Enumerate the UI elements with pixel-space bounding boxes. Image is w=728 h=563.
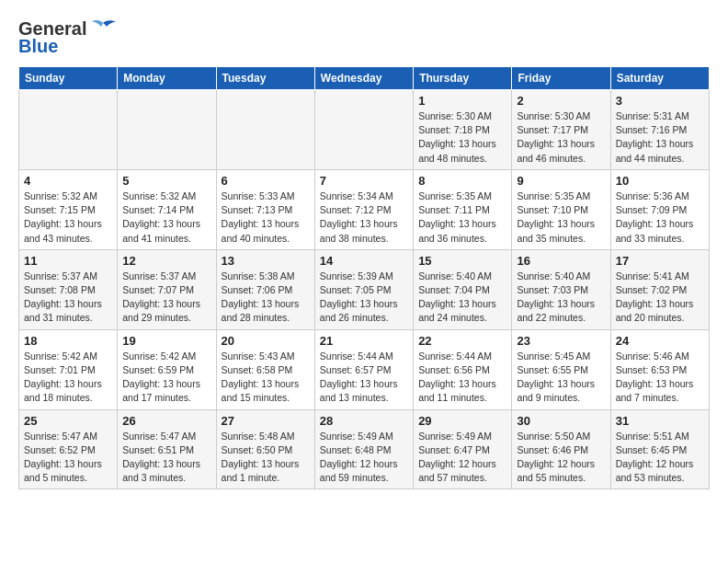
calendar-day-cell: 23Sunrise: 5:45 AM Sunset: 6:55 PM Dayli… [512, 329, 610, 409]
calendar-day-cell: 20Sunrise: 5:43 AM Sunset: 6:58 PM Dayli… [216, 329, 314, 409]
day-number: 31 [616, 414, 704, 428]
day-info: Sunrise: 5:36 AM Sunset: 7:09 PM Dayligh… [616, 190, 704, 246]
day-of-week-header: Wednesday [314, 67, 413, 90]
day-number: 28 [320, 414, 408, 428]
logo-blue-text: Blue [18, 36, 58, 57]
day-info: Sunrise: 5:40 AM Sunset: 7:04 PM Dayligh… [418, 270, 506, 326]
day-number: 2 [517, 94, 605, 108]
day-info: Sunrise: 5:51 AM Sunset: 6:45 PM Dayligh… [616, 430, 704, 486]
day-info: Sunrise: 5:37 AM Sunset: 7:07 PM Dayligh… [122, 270, 210, 326]
day-number: 7 [320, 174, 408, 188]
logo-bird-icon [88, 19, 118, 40]
day-number: 4 [24, 174, 112, 188]
day-number: 30 [517, 414, 605, 428]
calendar-day-cell: 5Sunrise: 5:32 AM Sunset: 7:14 PM Daylig… [118, 169, 216, 249]
day-number: 8 [418, 174, 506, 188]
day-number: 13 [222, 254, 310, 268]
calendar-day-cell [216, 90, 314, 170]
day-number: 3 [616, 94, 704, 108]
calendar-day-cell: 28Sunrise: 5:49 AM Sunset: 6:48 PM Dayli… [314, 409, 413, 489]
day-number: 17 [616, 254, 704, 268]
day-number: 18 [24, 334, 112, 348]
day-info: Sunrise: 5:48 AM Sunset: 6:50 PM Dayligh… [222, 430, 310, 486]
day-info: Sunrise: 5:49 AM Sunset: 6:47 PM Dayligh… [418, 430, 506, 486]
day-number: 26 [122, 414, 210, 428]
day-info: Sunrise: 5:38 AM Sunset: 7:06 PM Dayligh… [222, 270, 310, 326]
day-of-week-header: Saturday [610, 67, 709, 90]
day-number: 11 [24, 254, 112, 268]
calendar-day-cell: 27Sunrise: 5:48 AM Sunset: 6:50 PM Dayli… [216, 409, 314, 489]
calendar-day-cell: 9Sunrise: 5:35 AM Sunset: 7:10 PM Daylig… [512, 169, 610, 249]
calendar-day-cell: 2Sunrise: 5:30 AM Sunset: 7:17 PM Daylig… [512, 90, 610, 170]
day-info: Sunrise: 5:46 AM Sunset: 6:53 PM Dayligh… [616, 350, 704, 406]
calendar-day-cell: 17Sunrise: 5:41 AM Sunset: 7:02 PM Dayli… [610, 249, 709, 329]
calendar-day-cell [118, 90, 216, 170]
day-number: 27 [222, 414, 310, 428]
day-info: Sunrise: 5:35 AM Sunset: 7:10 PM Dayligh… [517, 190, 605, 246]
calendar-day-cell: 6Sunrise: 5:33 AM Sunset: 7:13 PM Daylig… [216, 169, 314, 249]
day-info: Sunrise: 5:42 AM Sunset: 6:59 PM Dayligh… [122, 350, 210, 406]
day-info: Sunrise: 5:35 AM Sunset: 7:11 PM Dayligh… [418, 190, 506, 246]
day-number: 12 [122, 254, 210, 268]
calendar-body: 1Sunrise: 5:30 AM Sunset: 7:18 PM Daylig… [19, 90, 710, 489]
day-of-week-header: Monday [118, 67, 216, 90]
calendar-table: SundayMondayTuesdayWednesdayThursdayFrid… [18, 66, 710, 489]
day-info: Sunrise: 5:32 AM Sunset: 7:15 PM Dayligh… [24, 190, 112, 246]
calendar-day-cell: 8Sunrise: 5:35 AM Sunset: 7:11 PM Daylig… [414, 169, 512, 249]
day-info: Sunrise: 5:39 AM Sunset: 7:05 PM Dayligh… [320, 270, 408, 326]
calendar-week-row: 4Sunrise: 5:32 AM Sunset: 7:15 PM Daylig… [19, 169, 710, 249]
calendar-day-cell: 30Sunrise: 5:50 AM Sunset: 6:46 PM Dayli… [512, 409, 610, 489]
calendar-day-cell: 25Sunrise: 5:47 AM Sunset: 6:52 PM Dayli… [19, 409, 118, 489]
day-info: Sunrise: 5:33 AM Sunset: 7:13 PM Dayligh… [222, 190, 310, 246]
calendar-day-cell: 22Sunrise: 5:44 AM Sunset: 6:56 PM Dayli… [414, 329, 512, 409]
calendar-day-cell: 14Sunrise: 5:39 AM Sunset: 7:05 PM Dayli… [314, 249, 413, 329]
day-number: 23 [517, 334, 605, 348]
day-number: 1 [418, 94, 506, 108]
day-number: 9 [517, 174, 605, 188]
calendar-day-cell [19, 90, 118, 170]
calendar-day-cell: 3Sunrise: 5:31 AM Sunset: 7:16 PM Daylig… [610, 90, 709, 170]
day-number: 21 [320, 334, 408, 348]
calendar-week-row: 1Sunrise: 5:30 AM Sunset: 7:18 PM Daylig… [19, 90, 710, 170]
day-info: Sunrise: 5:32 AM Sunset: 7:14 PM Dayligh… [122, 190, 210, 246]
day-number: 16 [517, 254, 605, 268]
day-number: 19 [122, 334, 210, 348]
day-of-week-header: Tuesday [216, 67, 314, 90]
calendar-week-row: 25Sunrise: 5:47 AM Sunset: 6:52 PM Dayli… [19, 409, 710, 489]
calendar-week-row: 11Sunrise: 5:37 AM Sunset: 7:08 PM Dayli… [19, 249, 710, 329]
day-number: 22 [418, 334, 506, 348]
calendar-day-cell: 4Sunrise: 5:32 AM Sunset: 7:15 PM Daylig… [19, 169, 118, 249]
day-info: Sunrise: 5:47 AM Sunset: 6:52 PM Dayligh… [24, 430, 112, 486]
calendar-day-cell: 10Sunrise: 5:36 AM Sunset: 7:09 PM Dayli… [610, 169, 709, 249]
day-number: 24 [616, 334, 704, 348]
day-info: Sunrise: 5:34 AM Sunset: 7:12 PM Dayligh… [320, 190, 408, 246]
day-of-week-header: Friday [512, 67, 610, 90]
day-info: Sunrise: 5:44 AM Sunset: 6:57 PM Dayligh… [320, 350, 408, 406]
day-number: 10 [616, 174, 704, 188]
calendar-day-cell: 21Sunrise: 5:44 AM Sunset: 6:57 PM Dayli… [314, 329, 413, 409]
day-info: Sunrise: 5:30 AM Sunset: 7:17 PM Dayligh… [517, 109, 605, 166]
calendar-day-cell: 19Sunrise: 5:42 AM Sunset: 6:59 PM Dayli… [118, 329, 216, 409]
day-number: 6 [222, 174, 310, 188]
day-info: Sunrise: 5:37 AM Sunset: 7:08 PM Dayligh… [24, 270, 112, 326]
page-header: General Blue [18, 18, 710, 57]
calendar-day-cell: 18Sunrise: 5:42 AM Sunset: 7:01 PM Dayli… [19, 329, 118, 409]
day-number: 25 [24, 414, 112, 428]
calendar-day-cell: 29Sunrise: 5:49 AM Sunset: 6:47 PM Dayli… [414, 409, 512, 489]
calendar-day-cell: 7Sunrise: 5:34 AM Sunset: 7:12 PM Daylig… [314, 169, 413, 249]
days-of-week-row: SundayMondayTuesdayWednesdayThursdayFrid… [19, 67, 710, 90]
day-info: Sunrise: 5:45 AM Sunset: 6:55 PM Dayligh… [517, 350, 605, 406]
calendar-header: SundayMondayTuesdayWednesdayThursdayFrid… [19, 67, 710, 90]
day-info: Sunrise: 5:43 AM Sunset: 6:58 PM Dayligh… [222, 350, 310, 406]
calendar-day-cell: 11Sunrise: 5:37 AM Sunset: 7:08 PM Dayli… [19, 249, 118, 329]
calendar-day-cell [314, 90, 413, 170]
calendar-day-cell: 13Sunrise: 5:38 AM Sunset: 7:06 PM Dayli… [216, 249, 314, 329]
day-info: Sunrise: 5:49 AM Sunset: 6:48 PM Dayligh… [320, 430, 408, 486]
day-number: 20 [222, 334, 310, 348]
calendar-day-cell: 15Sunrise: 5:40 AM Sunset: 7:04 PM Dayli… [414, 249, 512, 329]
day-info: Sunrise: 5:42 AM Sunset: 7:01 PM Dayligh… [24, 350, 112, 406]
day-of-week-header: Thursday [414, 67, 512, 90]
calendar-day-cell: 12Sunrise: 5:37 AM Sunset: 7:07 PM Dayli… [118, 249, 216, 329]
day-number: 5 [122, 174, 210, 188]
calendar-day-cell: 24Sunrise: 5:46 AM Sunset: 6:53 PM Dayli… [610, 329, 709, 409]
